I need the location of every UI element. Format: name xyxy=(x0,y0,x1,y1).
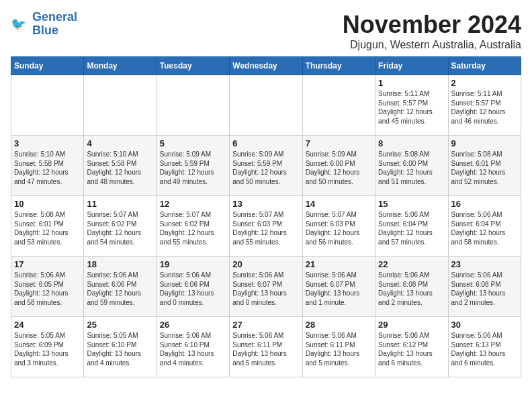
calendar-cell xyxy=(302,75,375,136)
day-info: Sunrise: 5:07 AM Sunset: 6:02 PM Dayligh… xyxy=(160,210,226,246)
calendar-cell: 16Sunrise: 5:06 AM Sunset: 6:04 PM Dayli… xyxy=(448,196,521,257)
day-info: Sunrise: 5:05 AM Sunset: 6:10 PM Dayligh… xyxy=(87,331,153,367)
day-number: 2 xyxy=(451,78,518,88)
title-area: November 2024 Djugun, Western Australia,… xyxy=(343,11,521,51)
calendar-cell: 28Sunrise: 5:06 AM Sunset: 6:11 PM Dayli… xyxy=(302,317,375,377)
calendar-cell: 29Sunrise: 5:06 AM Sunset: 6:12 PM Dayli… xyxy=(375,317,448,377)
day-info: Sunrise: 5:06 AM Sunset: 6:13 PM Dayligh… xyxy=(451,331,518,367)
day-number: 24 xyxy=(14,320,81,330)
day-info: Sunrise: 5:08 AM Sunset: 6:01 PM Dayligh… xyxy=(14,210,81,246)
day-number: 7 xyxy=(306,138,372,148)
calendar-cell: 18Sunrise: 5:06 AM Sunset: 6:06 PM Dayli… xyxy=(84,257,157,317)
calendar-cell: 26Sunrise: 5:06 AM Sunset: 6:10 PM Dayli… xyxy=(157,317,229,377)
calendar-cell: 8Sunrise: 5:08 AM Sunset: 6:00 PM Daylig… xyxy=(375,136,448,196)
day-number: 18 xyxy=(87,259,153,269)
day-info: Sunrise: 5:06 AM Sunset: 6:11 PM Dayligh… xyxy=(232,331,299,367)
day-info: Sunrise: 5:06 AM Sunset: 6:04 PM Dayligh… xyxy=(378,210,445,246)
day-number: 9 xyxy=(451,138,518,148)
day-info: Sunrise: 5:09 AM Sunset: 5:59 PM Dayligh… xyxy=(160,150,226,186)
day-info: Sunrise: 5:06 AM Sunset: 6:07 PM Dayligh… xyxy=(306,271,372,307)
calendar-cell: 30Sunrise: 5:06 AM Sunset: 6:13 PM Dayli… xyxy=(448,317,521,377)
calendar-cell: 11Sunrise: 5:07 AM Sunset: 6:02 PM Dayli… xyxy=(84,196,157,257)
day-header: Saturday xyxy=(448,57,521,75)
day-info: Sunrise: 5:06 AM Sunset: 6:10 PM Dayligh… xyxy=(160,331,226,367)
day-number: 5 xyxy=(160,138,226,148)
calendar-week-row: 10Sunrise: 5:08 AM Sunset: 6:01 PM Dayli… xyxy=(11,196,521,257)
day-info: Sunrise: 5:11 AM Sunset: 5:57 PM Dayligh… xyxy=(378,89,445,126)
calendar-cell: 24Sunrise: 5:05 AM Sunset: 6:09 PM Dayli… xyxy=(11,317,84,377)
day-info: Sunrise: 5:09 AM Sunset: 5:59 PM Dayligh… xyxy=(232,150,299,186)
day-header: Monday xyxy=(84,57,157,75)
calendar-cell: 2Sunrise: 5:11 AM Sunset: 5:57 PM Daylig… xyxy=(448,75,521,136)
logo-text: General Blue xyxy=(32,11,77,38)
calendar-week-row: 1Sunrise: 5:11 AM Sunset: 5:57 PM Daylig… xyxy=(11,75,521,136)
day-info: Sunrise: 5:06 AM Sunset: 6:08 PM Dayligh… xyxy=(378,271,445,307)
day-number: 13 xyxy=(232,199,299,209)
calendar-cell: 27Sunrise: 5:06 AM Sunset: 6:11 PM Dayli… xyxy=(230,317,302,377)
calendar-cell: 12Sunrise: 5:07 AM Sunset: 6:02 PM Dayli… xyxy=(157,196,229,257)
calendar-cell: 15Sunrise: 5:06 AM Sunset: 6:04 PM Dayli… xyxy=(375,196,448,257)
calendar-cell: 1Sunrise: 5:11 AM Sunset: 5:57 PM Daylig… xyxy=(375,75,448,136)
day-info: Sunrise: 5:08 AM Sunset: 6:01 PM Dayligh… xyxy=(451,150,518,186)
day-header: Friday xyxy=(375,57,448,75)
day-number: 30 xyxy=(451,320,518,330)
calendar-cell: 25Sunrise: 5:05 AM Sunset: 6:10 PM Dayli… xyxy=(84,317,157,377)
day-number: 20 xyxy=(232,259,299,269)
calendar-week-row: 24Sunrise: 5:05 AM Sunset: 6:09 PM Dayli… xyxy=(11,317,521,377)
location: Djugun, Western Australia, Australia xyxy=(343,39,521,51)
day-info: Sunrise: 5:07 AM Sunset: 6:03 PM Dayligh… xyxy=(232,210,299,246)
month-title: November 2024 xyxy=(343,11,521,39)
calendar-cell: 13Sunrise: 5:07 AM Sunset: 6:03 PM Dayli… xyxy=(230,196,302,257)
calendar-header-row: SundayMondayTuesdayWednesdayThursdayFrid… xyxy=(11,57,521,75)
day-info: Sunrise: 5:11 AM Sunset: 5:57 PM Dayligh… xyxy=(451,89,518,126)
day-number: 11 xyxy=(87,199,153,209)
day-info: Sunrise: 5:09 AM Sunset: 6:00 PM Dayligh… xyxy=(306,150,372,186)
day-info: Sunrise: 5:06 AM Sunset: 6:04 PM Dayligh… xyxy=(451,210,518,246)
logo: 🐦 General Blue xyxy=(11,11,77,38)
day-number: 1 xyxy=(378,78,445,88)
day-info: Sunrise: 5:05 AM Sunset: 6:09 PM Dayligh… xyxy=(14,331,81,367)
svg-text:🐦: 🐦 xyxy=(11,16,26,31)
day-info: Sunrise: 5:06 AM Sunset: 6:08 PM Dayligh… xyxy=(451,271,518,307)
calendar-cell: 19Sunrise: 5:06 AM Sunset: 6:06 PM Dayli… xyxy=(157,257,229,317)
calendar-cell xyxy=(230,75,302,136)
day-number: 4 xyxy=(87,138,153,148)
calendar-cell: 7Sunrise: 5:09 AM Sunset: 6:00 PM Daylig… xyxy=(302,136,375,196)
day-number: 27 xyxy=(232,320,299,330)
day-number: 17 xyxy=(14,259,81,269)
day-number: 3 xyxy=(14,138,81,148)
day-info: Sunrise: 5:10 AM Sunset: 5:58 PM Dayligh… xyxy=(14,150,81,186)
day-number: 8 xyxy=(378,138,445,148)
day-number: 21 xyxy=(306,259,372,269)
day-number: 28 xyxy=(306,320,372,330)
day-info: Sunrise: 5:06 AM Sunset: 6:06 PM Dayligh… xyxy=(160,271,226,307)
day-info: Sunrise: 5:06 AM Sunset: 6:07 PM Dayligh… xyxy=(232,271,299,307)
calendar-cell: 23Sunrise: 5:06 AM Sunset: 6:08 PM Dayli… xyxy=(448,257,521,317)
day-number: 22 xyxy=(378,259,445,269)
day-number: 12 xyxy=(160,199,226,209)
day-info: Sunrise: 5:07 AM Sunset: 6:02 PM Dayligh… xyxy=(87,210,153,246)
day-info: Sunrise: 5:06 AM Sunset: 6:12 PM Dayligh… xyxy=(378,331,445,367)
day-number: 15 xyxy=(378,199,445,209)
calendar-cell xyxy=(84,75,157,136)
calendar-cell: 6Sunrise: 5:09 AM Sunset: 5:59 PM Daylig… xyxy=(230,136,302,196)
day-number: 29 xyxy=(378,320,445,330)
day-number: 26 xyxy=(160,320,226,330)
calendar-cell xyxy=(157,75,229,136)
calendar-cell: 4Sunrise: 5:10 AM Sunset: 5:58 PM Daylig… xyxy=(84,136,157,196)
calendar-body: 1Sunrise: 5:11 AM Sunset: 5:57 PM Daylig… xyxy=(11,75,521,377)
day-info: Sunrise: 5:06 AM Sunset: 6:11 PM Dayligh… xyxy=(306,331,372,367)
day-number: 10 xyxy=(14,199,81,209)
day-header: Thursday xyxy=(302,57,375,75)
day-number: 25 xyxy=(87,320,153,330)
calendar-week-row: 3Sunrise: 5:10 AM Sunset: 5:58 PM Daylig… xyxy=(11,136,521,196)
calendar-table: SundayMondayTuesdayWednesdayThursdayFrid… xyxy=(11,56,521,377)
calendar-week-row: 17Sunrise: 5:06 AM Sunset: 6:05 PM Dayli… xyxy=(11,257,521,317)
day-header: Sunday xyxy=(11,57,84,75)
day-number: 23 xyxy=(451,259,518,269)
calendar-cell: 21Sunrise: 5:06 AM Sunset: 6:07 PM Dayli… xyxy=(302,257,375,317)
calendar-cell: 20Sunrise: 5:06 AM Sunset: 6:07 PM Dayli… xyxy=(230,257,302,317)
calendar-cell: 5Sunrise: 5:09 AM Sunset: 5:59 PM Daylig… xyxy=(157,136,229,196)
calendar-cell: 10Sunrise: 5:08 AM Sunset: 6:01 PM Dayli… xyxy=(11,196,84,257)
day-info: Sunrise: 5:10 AM Sunset: 5:58 PM Dayligh… xyxy=(87,150,153,186)
